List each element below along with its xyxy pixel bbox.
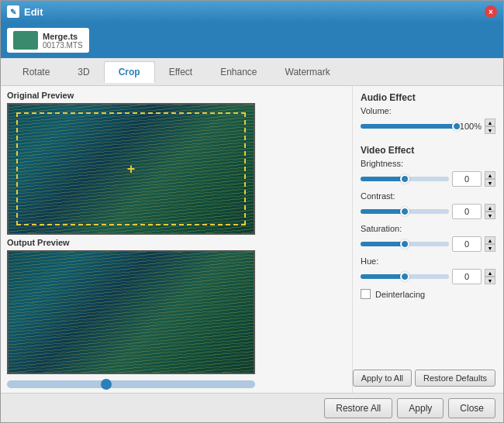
brightness-label: Brightness:: [361, 159, 495, 168]
original-preview-section: Original Preview +: [7, 91, 346, 235]
saturation-up[interactable]: ▲: [485, 236, 495, 244]
restore-all-button[interactable]: Restore All: [324, 398, 392, 418]
file-name-main: Merge.ts: [43, 32, 83, 41]
hue-label: Hue:: [361, 256, 495, 266]
saturation-control: Saturation: ▲ ▼: [361, 224, 495, 252]
hue-track[interactable]: [361, 274, 449, 279]
brightness-spinner: ▲ ▼: [485, 171, 495, 187]
saturation-track[interactable]: [361, 242, 449, 246]
hue-spinner: ▲ ▼: [485, 269, 495, 284]
brightness-control: Brightness: ▲ ▼: [361, 159, 495, 187]
tab-enhance[interactable]: Enhance: [206, 62, 271, 82]
close-dialog-button[interactable]: Close: [448, 398, 495, 418]
tab-bar: Rotate 3D Crop Effect Enhance Watermark: [1, 58, 503, 86]
timeline-bar[interactable]: [7, 380, 255, 388]
tab-3d[interactable]: 3D: [64, 62, 103, 82]
hue-value[interactable]: [452, 269, 482, 284]
timeline-thumb[interactable]: [101, 379, 112, 390]
saturation-thumb[interactable]: [400, 239, 409, 249]
contrast-control: Contrast: ▲ ▼: [361, 191, 495, 219]
contrast-down[interactable]: ▼: [485, 212, 495, 219]
hue-control: Hue: ▲ ▼: [361, 256, 495, 284]
contrast-spinner: ▲ ▼: [485, 204, 495, 219]
apply-to-all-button[interactable]: Apply to All: [353, 370, 412, 387]
hue-up[interactable]: ▲: [485, 269, 495, 277]
titlebar: ✎ Edit ×: [1, 1, 503, 22]
tab-watermark[interactable]: Watermark: [271, 62, 344, 82]
audio-effect-section: Audio Effect Volume: 100% ▲ ▼: [361, 92, 495, 139]
bottom-bar: Restore All Apply Close: [1, 393, 503, 422]
original-preview-label: Original Preview: [7, 91, 346, 100]
brightness-up[interactable]: ▲: [485, 171, 495, 179]
file-name-sub: 00173.MTS: [43, 41, 83, 50]
contrast-thumb[interactable]: [400, 207, 409, 216]
output-preview-section: Output Preview ⏮ ◀ ▶ ■ ⏭ 🔊: [7, 238, 346, 393]
left-panel: Original Preview + Output Preview: [1, 86, 352, 393]
crop-center-icon: +: [127, 161, 136, 177]
audio-effect-title: Audio Effect: [361, 92, 495, 103]
volume-spinner: ▲ ▼: [485, 119, 495, 134]
apply-button[interactable]: Apply: [397, 398, 444, 418]
tab-crop[interactable]: Crop: [104, 61, 155, 83]
deinterlace-label: Deinterlacing: [375, 290, 425, 299]
volume-value: 100%: [460, 122, 482, 131]
saturation-value[interactable]: [452, 236, 482, 252]
contrast-track[interactable]: [361, 209, 449, 214]
hue-down[interactable]: ▼: [485, 277, 495, 284]
brightness-thumb[interactable]: [400, 174, 409, 184]
file-bar: Merge.ts 00173.MTS: [1, 22, 503, 58]
hue-thumb[interactable]: [400, 272, 409, 281]
edit-window: ✎ Edit × Merge.ts 00173.MTS Rotate 3D Cr…: [0, 0, 504, 423]
video-effect-section: Video Effect Brightness: ▲ ▼: [361, 145, 495, 299]
file-thumbnail: [13, 31, 38, 50]
original-preview-box: +: [7, 103, 255, 235]
volume-slider-thumb[interactable]: [452, 122, 461, 131]
output-preview-box: [7, 250, 255, 374]
deinterlace-row: Deinterlacing: [361, 289, 495, 299]
deinterlace-checkbox[interactable]: [361, 289, 371, 299]
app-icon: ✎: [7, 5, 19, 18]
main-content: Original Preview + Output Preview: [1, 86, 503, 393]
output-video-bg: [9, 252, 254, 373]
close-button[interactable]: ×: [485, 5, 497, 18]
volume-label: Volume:: [361, 106, 495, 115]
video-effect-title: Video Effect: [361, 145, 495, 156]
brightness-down[interactable]: ▼: [485, 179, 495, 187]
output-preview-label: Output Preview: [7, 238, 346, 247]
right-panel: Audio Effect Volume: 100% ▲ ▼: [352, 86, 503, 393]
brightness-track[interactable]: [361, 177, 449, 181]
volume-down[interactable]: ▼: [485, 126, 495, 134]
volume-track[interactable]: [361, 124, 457, 129]
saturation-label: Saturation:: [361, 224, 495, 233]
contrast-label: Contrast:: [361, 191, 495, 201]
tab-effect[interactable]: Effect: [155, 62, 206, 82]
contrast-value[interactable]: [452, 204, 482, 219]
crop-overlay[interactable]: +: [16, 112, 246, 225]
volume-up[interactable]: ▲: [485, 119, 495, 126]
right-bottom-buttons: Apply to All Restore Defaults: [361, 370, 495, 387]
tab-rotate[interactable]: Rotate: [9, 62, 64, 82]
volume-slider-row: 100% ▲ ▼: [361, 119, 495, 134]
contrast-up[interactable]: ▲: [485, 204, 495, 212]
window-title: Edit: [24, 6, 43, 18]
restore-defaults-button[interactable]: Restore Defaults: [415, 370, 495, 387]
brightness-value[interactable]: [452, 171, 482, 187]
file-item[interactable]: Merge.ts 00173.MTS: [7, 28, 89, 53]
saturation-down[interactable]: ▼: [485, 244, 495, 252]
volume-fill: [361, 124, 457, 129]
volume-control: Volume: 100% ▲ ▼: [361, 106, 495, 134]
saturation-spinner: ▲ ▼: [485, 236, 495, 252]
